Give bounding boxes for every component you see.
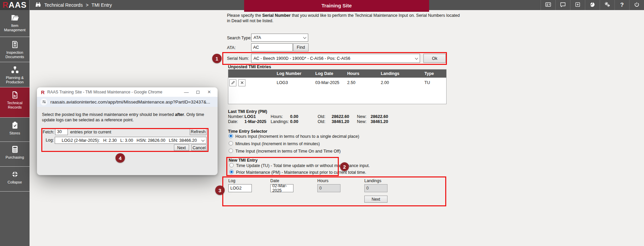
intro-text: Please specify the Serial Number that yo…: [227, 13, 462, 24]
sidebar-collapse-button[interactable]: Collapse: [0, 167, 30, 192]
raas-logo[interactable]: RAAS: [0, 0, 30, 10]
dialog-log-label: Log:: [46, 138, 54, 142]
dialog-cancel-button[interactable]: Cancel: [191, 145, 207, 151]
settings-button[interactable]: [600, 0, 614, 10]
radio-prior-maintenance[interactable]: [229, 170, 234, 174]
chevron-down-icon: [303, 36, 307, 39]
help-button[interactable]: ?: [614, 0, 629, 10]
radio-time-update-label: Time Update (TU) - Total time update wit…: [236, 163, 370, 168]
row-log-number: LOG3: [275, 80, 314, 85]
site-settings-icon[interactable]: [40, 98, 47, 106]
search-type-label: Search Type:: [227, 36, 251, 40]
row-landings: 2.00: [379, 80, 423, 85]
dialog-next-button[interactable]: Next: [174, 145, 189, 151]
sidebar-item-purchasing[interactable]: Purchasing: [0, 142, 30, 167]
chevron-down-icon: [415, 56, 418, 59]
radio-time-input-label: Time Input (Increment in terms of Time O…: [235, 149, 340, 154]
raas-favicon: R: [41, 89, 45, 95]
sidebar: Item Management Inspection Documents Pla…: [0, 10, 30, 246]
search-type-select[interactable]: ATA: [251, 34, 308, 42]
entry-next-button[interactable]: Next: [364, 196, 387, 203]
dialog-url: raasais.aviationintertec.com/app/tmi/Mis…: [50, 99, 210, 105]
sidebar-item-stores[interactable]: Stores: [0, 118, 30, 142]
pie-chart-icon: [589, 1, 596, 9]
annotation-step-1: 1: [212, 54, 222, 63]
last-tmi-title: Last TMI Entry (PM): [228, 109, 267, 114]
calculator-icon: [1, 145, 29, 154]
radio-time-input[interactable]: [229, 149, 233, 153]
sidebar-item-technical-records[interactable]: Technical Records: [0, 87, 30, 118]
stores-tag-icon: [1, 121, 29, 130]
edit-row-button[interactable]: [229, 79, 236, 86]
id-card-icon: [545, 1, 551, 9]
settings-gears-icon: [604, 1, 610, 9]
last-tmi-number-label: Number:: [228, 114, 244, 119]
chevron-down-icon: [201, 138, 205, 141]
planning-network-icon: [1, 65, 29, 74]
collapse-icon: [1, 170, 29, 179]
radio-hours-input[interactable]: [229, 134, 233, 138]
missed-maintenance-dialog: R RAAS Training Site - TMI Missed Mainte…: [37, 87, 218, 175]
minimize-button[interactable]: —: [181, 87, 192, 97]
logout-button[interactable]: [629, 0, 644, 10]
sidebar-item-label: Purchasing: [1, 155, 29, 160]
last-tmi-landings-label: Landings:: [271, 119, 289, 124]
folder-icon: [1, 13, 29, 22]
sidebar-item-inspection-documents[interactable]: Inspection Documents: [0, 37, 30, 62]
technical-records-icon: [1, 90, 29, 99]
dialog-log-select[interactable]: LOG2 (2-Mar-2025): H: 2.30 L: 3.00 HSN: …: [55, 137, 206, 144]
entry-date-input[interactable]: 02-Mar-2025: [270, 184, 293, 192]
last-tmi-hours: 0.00: [290, 114, 298, 119]
add-window-icon: [574, 1, 581, 9]
last-tmi-date: 1-Mar-2025: [244, 119, 266, 124]
dialog-address-bar[interactable]: raasais.aviationintertec.com/app/tmi/Mis…: [37, 97, 218, 107]
sidebar-item-label: Technical Records: [1, 101, 29, 110]
dialog-title: RAAS Training Site - TMI Missed Maintena…: [47, 90, 181, 94]
last-tmi-landings: 0.00: [290, 119, 298, 124]
entry-hours-label: Hours: [317, 178, 328, 183]
new-hours-label: New:: [357, 114, 366, 119]
entry-landings-label: Landings: [364, 178, 381, 183]
serial-num-select[interactable]: AC - Beech 1900D - 1900D* - C-AIS6 - Pos…: [251, 54, 420, 63]
col-hours: Hours: [346, 71, 379, 76]
pie-chart-button[interactable]: [585, 0, 600, 10]
id-card-button[interactable]: [541, 0, 555, 10]
sidebar-item-item-management[interactable]: Item Management: [0, 10, 30, 37]
fetch-label: Fetch:: [43, 130, 54, 134]
serial-ok-button[interactable]: Ok: [423, 54, 446, 63]
maximize-button[interactable]: [192, 87, 203, 97]
new-landings-label: New:: [357, 119, 366, 124]
last-tmi-hours-label: Hours:: [271, 114, 283, 119]
new-hours-value: 28622.60: [368, 114, 388, 119]
radio-minutes-input-label: Minutes Input (Increment in terms of min…: [235, 141, 320, 146]
dialog-title-bar[interactable]: R RAAS Training Site - TMI Missed Mainte…: [37, 87, 218, 97]
col-log-date: Log Date: [314, 71, 346, 76]
old-landings-value: 38461.20: [329, 119, 349, 124]
find-button[interactable]: Find: [293, 43, 309, 51]
fetch-input[interactable]: 30: [55, 128, 68, 135]
radio-time-update[interactable]: [229, 163, 234, 167]
sidebar-item-label: Inspection Documents: [1, 50, 29, 59]
dialog-instruction: Select the posted log the missed mainten…: [42, 112, 213, 123]
new-landings-value: 38461.20: [368, 119, 388, 124]
ata-input[interactable]: AC: [251, 43, 293, 51]
entry-landings-input: 0: [364, 184, 387, 192]
close-button[interactable]: ×: [203, 87, 215, 97]
last-tmi-number: LOG1: [244, 114, 256, 119]
delete-row-button[interactable]: [238, 79, 245, 86]
entry-log-label: Log: [228, 178, 235, 183]
binoculars-icon: [35, 1, 41, 9]
unposted-tmi-table: Log Number Log Date Hours Landings Type …: [228, 69, 447, 104]
chat-button[interactable]: [555, 0, 570, 10]
entry-log-input[interactable]: LOG2: [228, 184, 252, 192]
table-header: Log Number Log Date Hours Landings Type: [228, 70, 446, 78]
add-window-button[interactable]: [570, 0, 585, 10]
sidebar-item-planning-production[interactable]: Planning & Production: [0, 62, 30, 87]
serial-num-label: Serial Num:: [227, 56, 249, 61]
old-hours-value: 28622.60: [329, 114, 349, 119]
last-tmi-date-label: Date:: [228, 119, 238, 124]
annotation-step-3: 3: [215, 186, 225, 195]
refresh-button[interactable]: Refresh: [190, 128, 206, 135]
breadcrumb-section[interactable]: Technical Records: [44, 2, 83, 8]
radio-minutes-input[interactable]: [229, 141, 233, 146]
